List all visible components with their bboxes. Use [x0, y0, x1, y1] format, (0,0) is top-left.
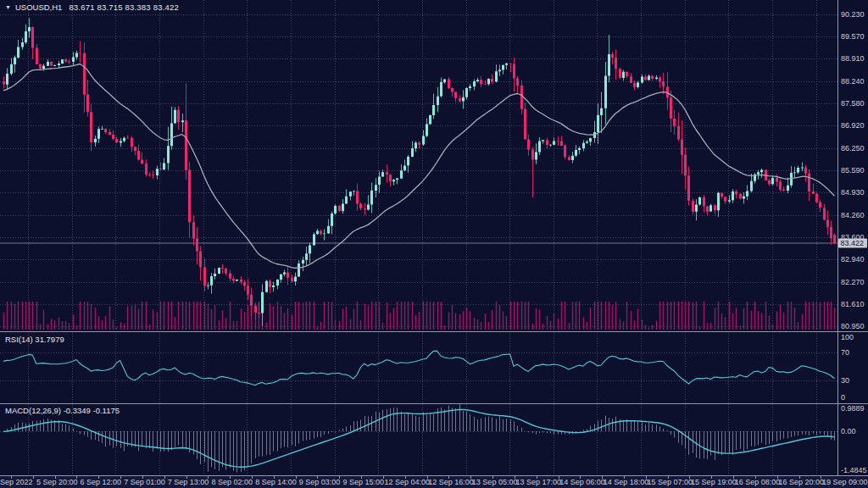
time-axis-label: 12 Sep 04:00: [385, 478, 431, 486]
time-axis-label: 13 Sep 05:00: [472, 478, 518, 486]
time-axis-label: 7 Sep 01:00: [124, 478, 165, 486]
symbol-ohlc-readout: ▼USOUSD,H183.671 83.715 83.383 83.422: [5, 3, 179, 12]
chart-canvas[interactable]: 90.23089.57088.91088.24087.58086.92086.2…: [0, 0, 868, 488]
price-axis-label: 82.940: [841, 255, 865, 263]
time-axis-label: 6 Sep 12:00: [81, 478, 122, 486]
time-axis-label: 8 Sep 14:00: [255, 478, 297, 486]
time-axis-label: 14 Sep 18:00: [604, 478, 649, 486]
time-axis-label: 14 Sep 06:00: [559, 478, 605, 486]
price-axis-label: 87.580: [841, 99, 865, 108]
macd-axis-label: 0.00: [841, 427, 856, 435]
rsi-axis-label: 70: [841, 348, 849, 357]
rsi-axis-label: 30: [841, 376, 849, 385]
price-axis-label: 88.910: [841, 54, 865, 63]
macd-indicator-label: MACD(12,26,9) -0.3349 -0.1175: [5, 406, 120, 415]
time-axis-label: 15 Sep 19:00: [691, 478, 737, 486]
price-axis-label: 84.260: [841, 211, 865, 219]
time-axis-label: 5 Sep 20:00: [36, 478, 78, 486]
rsi-indicator-label: RSI(14) 31.7979: [5, 335, 64, 344]
macd-axis-label: -1.4845: [841, 466, 867, 474]
price-axis-label: 85.590: [841, 166, 865, 175]
time-axis-label: 8 Sep 02:00: [211, 478, 253, 486]
macd-axis-label: 0.9889: [841, 404, 865, 413]
price-axis-label: 80.950: [841, 322, 865, 330]
symbol-dropdown-icon[interactable]: ▼: [5, 4, 11, 10]
time-axis-label: 15 Sep 07:00: [647, 478, 693, 486]
price-axis-label: 89.570: [841, 32, 865, 41]
price-axis-label: 84.930: [841, 188, 865, 197]
price-axis-label: 81.610: [841, 300, 865, 308]
time-axis-label: 16 Sep 08:00: [735, 478, 781, 486]
price-axis-label: 90.230: [841, 10, 865, 19]
time-axis-label: 19 Sep 09:00: [822, 478, 868, 486]
price-tag-layer: 83.422: [838, 239, 867, 248]
price-axis-label: 82.270: [841, 278, 865, 286]
rsi-axis-label: 0: [841, 393, 845, 402]
rsi-axis-label: 100: [841, 333, 854, 341]
time-axis-label: 9 Sep 15:00: [342, 478, 384, 486]
trading-chart-window: 90.23089.57088.91088.24087.58086.92086.2…: [0, 0, 868, 488]
time-axis-label: 13 Sep 17:00: [516, 478, 562, 486]
time-axis-label: 7 Sep 13:00: [168, 478, 209, 486]
time-axis-label: 5 Sep 2022: [0, 478, 33, 486]
price-axis-label: 88.240: [841, 77, 865, 86]
time-axis-label: 12 Sep 16:00: [428, 478, 474, 486]
price-axis-label: 86.920: [841, 121, 865, 130]
symbol-timeframe-label: USOUSD,H1: [15, 3, 62, 12]
current-price-tag-value: 83.422: [841, 239, 865, 247]
time-axis-label: 9 Sep 03:00: [299, 478, 341, 486]
time-axis-label: 16 Sep 20:00: [778, 478, 824, 486]
ohlc-values: 83.671 83.715 83.383 83.422: [69, 3, 179, 12]
price-axis-label: 86.250: [841, 144, 865, 152]
